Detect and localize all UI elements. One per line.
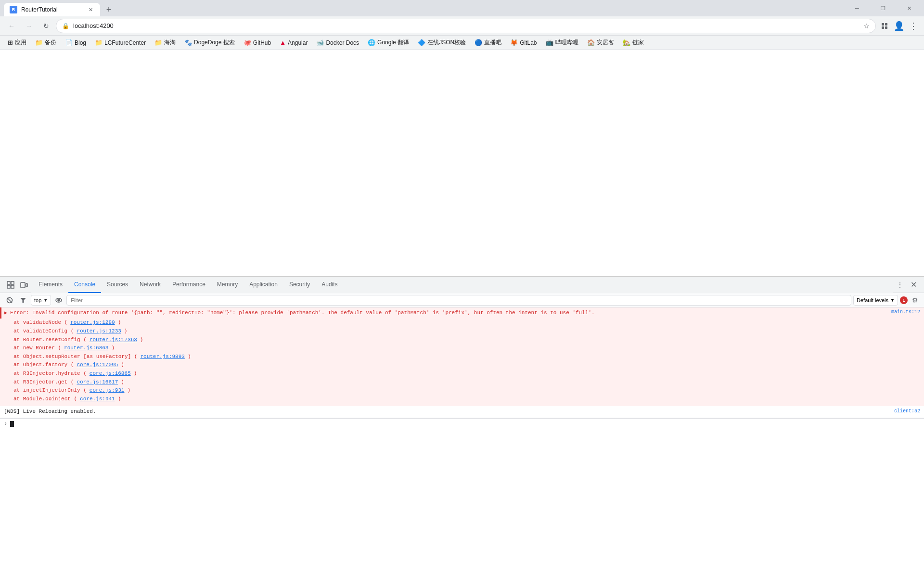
forward-button[interactable]: → [21, 18, 37, 34]
info-message: [WDS] Live Reloading enabled. [4, 408, 96, 415]
bookmark-item-lianjia[interactable]: 🏡 链家 [619, 37, 648, 49]
device-toolbar-button[interactable] [17, 278, 31, 292]
folder-icon: 📁 [154, 39, 162, 46]
svg-rect-8 [21, 282, 25, 288]
console-settings-button[interactable]: ⚙ [910, 295, 920, 306]
bookmark-item-anju[interactable]: 🏠 安居客 [583, 37, 618, 49]
tab-network[interactable]: Network [134, 277, 167, 293]
stack-link[interactable]: router.js:6863 [64, 344, 108, 353]
bookmark-item-github[interactable]: 🐙 GitHub [240, 37, 275, 48]
tab-title: RouterTutorial [21, 6, 83, 13]
stack-line: at Router.resetConfig (router.js:17363) [13, 336, 920, 345]
bookmark-label: 链家 [632, 38, 644, 47]
stack-link[interactable]: core.js:941 [80, 395, 115, 404]
more-button[interactable]: ⋮ [907, 19, 920, 33]
extensions-button[interactable] [878, 19, 891, 33]
stack-link[interactable]: router.js:9893 [140, 353, 184, 361]
bookmark-item-bilibili[interactable]: 📺 哔哩哔哩 [542, 37, 582, 49]
bookmark-item-lcfuture[interactable]: 📁 LCFutureCenter [91, 37, 150, 48]
tab-performance[interactable]: Performance [167, 277, 211, 293]
active-tab[interactable]: R RouterTutorial ✕ [4, 3, 100, 16]
level-dropdown-icon: ▼ [890, 298, 895, 303]
console-filter-toggle[interactable] [17, 294, 29, 306]
bookmark-item-google-translate[interactable]: 🌐 Google 翻译 [364, 37, 413, 49]
bookmark-label: 哔哩哔哩 [555, 38, 578, 47]
devtools-more-button[interactable]: ⋮ [893, 278, 907, 292]
inspect-element-button[interactable] [4, 278, 17, 292]
tab-security[interactable]: Security [283, 277, 316, 293]
error-file-link[interactable]: main.ts:12 [891, 309, 920, 317]
angular-icon: ▲ [280, 39, 286, 46]
console-output: ▶ Error: Invalid configuration of route … [0, 307, 924, 562]
stack-line: at Object.setupRouter [as useFactory] (r… [13, 353, 920, 361]
back-button[interactable]: ← [4, 18, 19, 34]
reload-button[interactable]: ↻ [38, 18, 54, 34]
bookmark-item-doge[interactable]: 🐾 DogeDoge 搜索 [180, 37, 239, 49]
stack-link[interactable]: core.js:16865 [90, 370, 131, 378]
stack-line: at R3Injector.hydrate (core.js:16865) [13, 370, 920, 378]
bookmark-item-apps[interactable]: ⊞ 应用 [4, 37, 30, 49]
bookmark-item-blog[interactable]: 📄 Blog [61, 37, 90, 48]
clear-console-button[interactable] [4, 294, 15, 306]
stack-line: at new Router (router.js:6863) [13, 344, 920, 353]
restore-button[interactable]: ❐ [872, 0, 894, 16]
bookmark-item-haitao[interactable]: 📁 海淘 [151, 37, 180, 49]
bookmark-item-gitlab[interactable]: 🦊 GitLab [506, 37, 540, 48]
close-button[interactable]: ✕ [898, 0, 920, 16]
bookmark-item-angular[interactable]: ▲ Angular [276, 37, 311, 48]
url-text: localhost:4200 [73, 22, 860, 29]
bookmark-item-json[interactable]: 🔷 在线JSON校验 [414, 37, 470, 49]
console-level-select[interactable]: Default levels ▼ [853, 295, 898, 306]
bookmark-label: GitHub [253, 39, 271, 46]
bookmark-item-docker[interactable]: 🐋 Docker Docs [312, 37, 363, 48]
stack-link[interactable]: router.js:1233 [77, 327, 121, 336]
bookmark-item-backup[interactable]: 📁 备份 [31, 37, 60, 49]
svg-rect-3 [885, 26, 887, 29]
stack-link[interactable]: core.js:16617 [77, 378, 118, 387]
console-context-select[interactable]: top ▼ [31, 295, 51, 306]
console-filter-input[interactable] [66, 295, 851, 306]
tab-elements[interactable]: Elements [33, 277, 68, 293]
tab-memory[interactable]: Memory [211, 277, 244, 293]
minimize-button[interactable]: ─ [846, 0, 868, 16]
info-file-link[interactable]: client:52 [894, 408, 920, 415]
stack-link[interactable]: core.js:931 [90, 386, 125, 395]
folder-icon: 📁 [95, 39, 103, 46]
window-controls: ─ ❐ ✕ [846, 0, 920, 16]
translate-icon: 🌐 [368, 39, 375, 46]
level-value: Default levels [857, 297, 888, 303]
profile-button[interactable]: 👤 [892, 19, 906, 33]
context-value: top [34, 297, 41, 303]
svg-rect-4 [7, 281, 10, 284]
address-bar[interactable]: 🔒 localhost:4200 ☆ [56, 19, 876, 33]
stack-link[interactable]: core.js:17095 [77, 361, 118, 370]
stack-line: at Module.ɵɵinject (core.js:941) [13, 395, 920, 404]
svg-rect-9 [26, 283, 27, 287]
bookmark-label: GitLab [520, 39, 537, 46]
bookmark-label: Blog [75, 39, 86, 46]
main-content [0, 50, 924, 276]
stack-link[interactable]: router.js:17363 [90, 336, 137, 345]
lock-icon: 🔒 [62, 23, 69, 29]
console-eye-button[interactable] [53, 294, 64, 306]
tab-sources[interactable]: Sources [101, 277, 134, 293]
bookmark-item-livestream[interactable]: 🔵 直播吧 [471, 37, 505, 49]
svg-rect-6 [7, 285, 10, 288]
tab-close-button[interactable]: ✕ [87, 6, 94, 13]
bookmarks-bar: ⊞ 应用 📁 备份 📄 Blog 📁 LCFutureCenter 📁 海淘 🐾… [0, 36, 924, 50]
console-input-row[interactable]: › [0, 418, 924, 429]
stack-line: at Object.factory (core.js:17095) [13, 361, 920, 370]
error-expand-icon[interactable]: ▶ [4, 310, 7, 317]
devtools-close-button[interactable]: ✕ [907, 278, 920, 292]
new-tab-button[interactable]: + [102, 3, 116, 16]
tab-audits[interactable]: Audits [316, 277, 343, 293]
stack-link[interactable]: router.js:1280 [70, 319, 115, 327]
tab-console[interactable]: Console [68, 277, 101, 293]
doge-icon: 🐾 [184, 39, 192, 46]
bookmark-label: 安居客 [597, 38, 614, 47]
browser-toolbar: ← → ↻ 🔒 localhost:4200 ☆ 👤 ⋮ [0, 16, 924, 36]
star-icon[interactable]: ☆ [863, 22, 870, 30]
svg-point-14 [58, 299, 60, 301]
svg-rect-2 [882, 26, 884, 29]
tab-application[interactable]: Application [244, 277, 283, 293]
